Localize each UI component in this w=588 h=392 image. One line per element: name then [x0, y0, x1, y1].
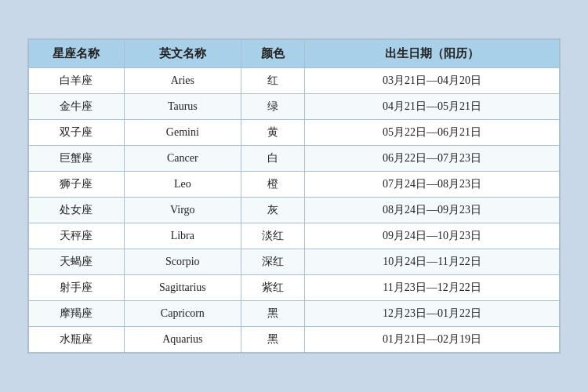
- table-row: 天秤座Libra淡红09月24日—10月23日: [29, 223, 560, 249]
- cell-color: 黄: [241, 120, 304, 146]
- cell-cn: 处女座: [29, 198, 125, 223]
- cell-en: Aquarius: [124, 327, 241, 353]
- cell-en: Cancer: [124, 146, 241, 172]
- cell-cn: 天秤座: [29, 223, 125, 249]
- cell-color: 黑: [241, 327, 304, 353]
- cell-cn: 水瓶座: [29, 327, 125, 353]
- header-cn: 星座名称: [29, 40, 125, 68]
- cell-en: Aries: [124, 68, 241, 94]
- cell-en: Scorpio: [124, 249, 241, 275]
- header-en: 英文名称: [124, 40, 241, 68]
- cell-en: Leo: [124, 172, 241, 198]
- cell-date: 08月24日—09月23日: [305, 198, 560, 223]
- table-row: 摩羯座Capricorn黑12月23日—01月22日: [29, 301, 560, 327]
- cell-color: 深红: [241, 249, 304, 275]
- cell-date: 11月23日—12月22日: [305, 275, 560, 301]
- table-row: 水瓶座Aquarius黑01月21日—02月19日: [29, 327, 560, 353]
- cell-cn: 巨蟹座: [29, 146, 125, 172]
- table-row: 金牛座Taurus绿04月21日—05月21日: [29, 94, 560, 120]
- cell-en: Capricorn: [124, 301, 241, 327]
- zodiac-table-wrapper: 星座名称 英文名称 颜色 出生日期（阳历） 白羊座Aries红03月21日—04…: [27, 38, 561, 354]
- table-header-row: 星座名称 英文名称 颜色 出生日期（阳历）: [29, 40, 560, 68]
- table-row: 射手座Sagittarius紫红11月23日—12月22日: [29, 275, 560, 301]
- cell-en: Virgo: [124, 198, 241, 223]
- cell-color: 橙: [241, 172, 304, 198]
- cell-en: Sagittarius: [124, 275, 241, 301]
- table-row: 天蝎座Scorpio深红10月24日—11月22日: [29, 249, 560, 275]
- table-row: 巨蟹座Cancer白06月22日—07月23日: [29, 146, 560, 172]
- cell-color: 紫红: [241, 275, 304, 301]
- cell-date: 01月21日—02月19日: [305, 327, 560, 353]
- cell-date: 05月22日—06月21日: [305, 120, 560, 146]
- cell-color: 白: [241, 146, 304, 172]
- table-row: 处女座Virgo灰08月24日—09月23日: [29, 198, 560, 223]
- cell-date: 09月24日—10月23日: [305, 223, 560, 249]
- cell-color: 灰: [241, 198, 304, 223]
- cell-color: 淡红: [241, 223, 304, 249]
- cell-date: 03月21日—04月20日: [305, 68, 560, 94]
- cell-cn: 摩羯座: [29, 301, 125, 327]
- table-row: 狮子座Leo橙07月24日—08月23日: [29, 172, 560, 198]
- cell-cn: 白羊座: [29, 68, 125, 94]
- cell-cn: 天蝎座: [29, 249, 125, 275]
- cell-date: 04月21日—05月21日: [305, 94, 560, 120]
- header-color: 颜色: [241, 40, 304, 68]
- cell-date: 10月24日—11月22日: [305, 249, 560, 275]
- table-row: 白羊座Aries红03月21日—04月20日: [29, 68, 560, 94]
- header-date: 出生日期（阳历）: [305, 40, 560, 68]
- zodiac-table: 星座名称 英文名称 颜色 出生日期（阳历） 白羊座Aries红03月21日—04…: [28, 39, 560, 353]
- cell-en: Gemini: [124, 120, 241, 146]
- cell-en: Taurus: [124, 94, 241, 120]
- cell-color: 红: [241, 68, 304, 94]
- cell-cn: 狮子座: [29, 172, 125, 198]
- cell-cn: 双子座: [29, 120, 125, 146]
- table-row: 双子座Gemini黄05月22日—06月21日: [29, 120, 560, 146]
- cell-date: 07月24日—08月23日: [305, 172, 560, 198]
- cell-en: Libra: [124, 223, 241, 249]
- cell-color: 黑: [241, 301, 304, 327]
- cell-date: 06月22日—07月23日: [305, 146, 560, 172]
- cell-date: 12月23日—01月22日: [305, 301, 560, 327]
- cell-color: 绿: [241, 94, 304, 120]
- cell-cn: 金牛座: [29, 94, 125, 120]
- cell-cn: 射手座: [29, 275, 125, 301]
